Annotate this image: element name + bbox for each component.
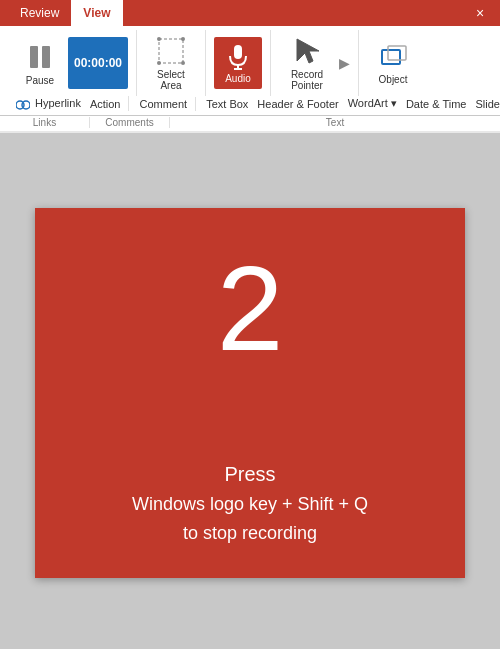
pause-icon bbox=[24, 41, 56, 73]
text-section-label: Text bbox=[170, 117, 500, 128]
playback-group: Pause 00:00:00 bbox=[8, 30, 137, 96]
hyperlink-icon bbox=[16, 100, 30, 110]
ribbon-toolbar2: Hyperlink Action Comment Text Box Header… bbox=[0, 96, 500, 116]
slide-text-keys: Windows logo key + Shift + Q bbox=[132, 490, 368, 519]
header-footer-button[interactable]: Header & Footer bbox=[253, 97, 342, 111]
timer-button[interactable]: 00:00:00 bbox=[68, 37, 128, 89]
object-label: Object bbox=[379, 74, 408, 85]
slide-text-press: Press bbox=[132, 458, 368, 490]
select-area-icon bbox=[155, 35, 187, 67]
object-icon bbox=[378, 42, 408, 72]
audio-button[interactable]: Audio bbox=[214, 37, 262, 89]
slide-number: 2 bbox=[217, 248, 284, 368]
ribbon-section-labels: Links Comments Text bbox=[0, 116, 500, 133]
svg-rect-0 bbox=[159, 39, 183, 63]
pause-label: Pause bbox=[26, 75, 54, 86]
select-area-label: SelectArea bbox=[157, 69, 185, 91]
close-button[interactable]: × bbox=[468, 1, 492, 25]
text-group: Text Box Header & Footer WordArt ▾ Date … bbox=[198, 96, 500, 111]
pause-button[interactable]: Pause bbox=[16, 37, 64, 90]
svg-rect-10 bbox=[388, 46, 406, 60]
svg-point-4 bbox=[181, 61, 185, 65]
audio-label: Audio bbox=[225, 73, 251, 84]
wordart-button[interactable]: WordArt ▾ bbox=[344, 96, 401, 111]
ribbon-tabs: Review View × bbox=[0, 0, 500, 26]
record-pointer-label: RecordPointer bbox=[291, 69, 323, 91]
svg-rect-5 bbox=[234, 45, 242, 59]
select-area-button[interactable]: SelectArea bbox=[145, 31, 197, 95]
select-group: SelectArea bbox=[137, 30, 206, 96]
links-group: Hyperlink Action bbox=[8, 96, 129, 110]
record-pointer-button[interactable]: RecordPointer bbox=[279, 31, 335, 95]
svg-point-2 bbox=[181, 37, 185, 41]
object-group: Object bbox=[359, 30, 427, 96]
slide-text-stop: to stop recording bbox=[132, 519, 368, 548]
svg-marker-8 bbox=[297, 39, 319, 63]
hyperlink-button[interactable]: Hyperlink bbox=[12, 96, 85, 110]
slide-number-button[interactable]: Slide Number bbox=[471, 97, 500, 111]
comments-group: Comment bbox=[131, 97, 196, 111]
svg-point-1 bbox=[157, 37, 161, 41]
slide-text: Press Windows logo key + Shift + Q to st… bbox=[132, 458, 368, 548]
svg-rect-9 bbox=[382, 50, 400, 64]
timer-display: 00:00:00 bbox=[74, 56, 122, 70]
date-time-button[interactable]: Date & Time bbox=[402, 97, 471, 111]
pause-bar-left bbox=[30, 46, 38, 68]
microphone-icon bbox=[227, 43, 249, 71]
pause-bar-right bbox=[42, 46, 50, 68]
slide-container: 2 Press Windows logo key + Shift + Q to … bbox=[0, 133, 500, 649]
scroll-right-icon[interactable]: ▶ bbox=[339, 55, 350, 71]
object-button[interactable]: Object bbox=[367, 38, 419, 89]
tab-review[interactable]: Review bbox=[8, 0, 71, 26]
textbox-button[interactable]: Text Box bbox=[202, 97, 252, 111]
comments-section-label: Comments bbox=[90, 117, 170, 128]
svg-point-3 bbox=[157, 61, 161, 65]
action-button[interactable]: Action bbox=[86, 97, 125, 111]
links-section-label: Links bbox=[0, 117, 90, 128]
ribbon-toolbar: Pause 00:00:00 SelectArea bbox=[0, 26, 500, 96]
record-pointer-group: RecordPointer ▶ bbox=[271, 30, 359, 96]
slide: 2 Press Windows logo key + Shift + Q to … bbox=[35, 208, 465, 578]
audio-group: Audio bbox=[206, 30, 271, 96]
tab-view[interactable]: View bbox=[71, 0, 122, 26]
svg-point-12 bbox=[22, 101, 30, 109]
comment-button[interactable]: Comment bbox=[135, 97, 191, 111]
record-pointer-icon bbox=[291, 35, 323, 67]
